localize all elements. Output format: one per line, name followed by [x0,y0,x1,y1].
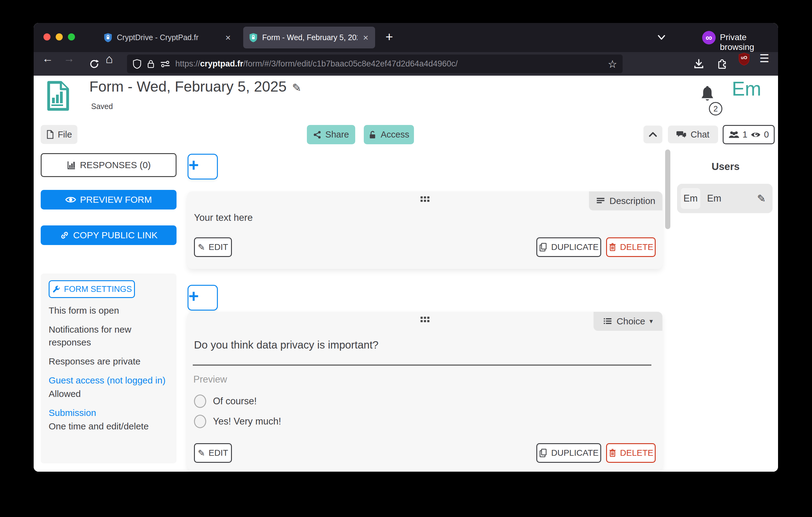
list-all-tabs-icon[interactable] [656,33,667,42]
forward-icon[interactable]: → [64,52,82,76]
delete-button[interactable]: DELETE [606,237,656,257]
duplicate-button[interactable]: DUPLICATE [536,237,601,257]
downloads-icon[interactable] [693,52,705,76]
block-type-description: Description [589,191,662,211]
chat-button[interactable]: Chat [668,126,718,143]
url-text: https://cryptpad.fr/form/#/3/form/edit/c… [175,59,603,69]
notifications-status: Notifications for new responses [49,323,169,349]
bar-chart-icon [66,160,76,170]
private-browsing-icon: ∞ [702,31,716,45]
unlock-icon [368,130,377,140]
copy-icon [539,243,547,252]
form-document-icon [46,80,70,111]
option-label: Of course! [213,396,257,407]
copy-icon [539,448,547,458]
form-open-status: This form is open [49,304,169,317]
question-input[interactable]: Do you think data privacy is important? [194,339,378,351]
user-avatar-chip: Em [681,188,700,209]
form-settings-panel: FORM SETTINGS This form is open Notifica… [41,273,177,463]
back-icon[interactable]: ← [42,52,61,76]
align-left-icon [596,197,605,205]
pencil-icon: ✎ [198,448,205,458]
notifications-bell-icon[interactable] [698,85,717,104]
list-icon [603,317,612,325]
tab-title: Form - Wed, February 5, 2025 [262,33,357,42]
extensions-puzzle-icon[interactable] [716,52,728,76]
tab-form-active[interactable]: Form - Wed, February 5, 2025 × [243,27,375,48]
cryptpad-shield-favicon [249,33,258,43]
choice-option[interactable]: Yes! Very much! [194,415,281,428]
edit-button[interactable]: ✎EDIT [194,237,232,257]
radio-icon[interactable] [194,394,206,408]
collapse-toolbar-button[interactable] [643,126,662,143]
drag-handle-icon[interactable] [420,196,429,202]
preview-form-button[interactable]: PREVIEW FORM [41,190,177,210]
tab-bar: CryptDrive - CryptPad.fr × Form - Wed, F… [34,23,778,52]
home-icon[interactable]: ⌂ [106,52,124,76]
scrollbar-thumb[interactable] [665,149,670,229]
rename-pencil-icon[interactable]: ✎ [292,81,301,94]
choice-option[interactable]: Of course! [194,394,257,408]
form-settings-button[interactable]: FORM SETTINGS [49,280,135,298]
tracking-protection-shield-icon[interactable] [133,59,142,69]
users-panel-title: Users [673,161,778,172]
responses-button[interactable]: RESPONSES (0) [41,153,177,177]
close-window-button[interactable] [44,33,51,40]
add-block-button[interactable]: + [187,285,218,310]
tab-title: CryptDrive - CryptPad.fr [117,33,220,42]
user-list-item[interactable]: Em Em ✎ [677,184,773,213]
user-avatar[interactable]: Em [732,78,761,100]
trash-icon [609,243,616,252]
choice-block: Choice ▾ Do you think data privacy is im… [187,312,662,471]
pencil-icon: ✎ [198,242,205,252]
reload-icon[interactable] [85,52,104,76]
tab-cryptdrive[interactable]: CryptDrive - CryptPad.fr × [98,27,237,48]
minimize-window-button[interactable] [56,33,63,40]
duplicate-button[interactable]: DUPLICATE [536,443,601,463]
delete-button[interactable]: DELETE [606,443,656,463]
responses-privacy-status: Responses are private [49,355,169,368]
viewers-count: 0 [764,130,769,140]
guest-access-value: Allowed [49,387,169,400]
session-users-indicator[interactable]: 1 0 [723,125,775,144]
editors-count: 1 [743,130,748,140]
cryptpad-shield-favicon [104,33,113,43]
cryptpad-form-app: Form - Wed, February 5, 2025✎ Saved 2 Em… [34,76,778,472]
link-icon [60,230,69,240]
ublock-origin-icon[interactable]: uO [738,52,750,66]
eye-icon [65,195,76,204]
access-button[interactable]: Access [364,125,414,144]
submission-value: One time and edit/delete [49,420,169,433]
add-block-button[interactable]: + [187,154,218,180]
block-type-choice[interactable]: Choice ▾ [593,312,662,331]
share-button[interactable]: Share [307,125,355,144]
drag-handle-icon[interactable] [420,317,429,322]
option-label: Yes! Very much! [213,416,281,427]
maximize-window-button[interactable] [68,33,75,40]
permissions-icon[interactable] [160,59,170,69]
url-bar[interactable]: https://cryptpad.fr/form/#/3/form/edit/c… [127,55,622,73]
browser-window: CryptDrive - CryptPad.fr × Form - Wed, F… [34,23,778,472]
private-browsing-label: Private browsing [720,32,778,52]
radio-icon[interactable] [194,415,206,428]
trash-icon [609,448,616,458]
chat-bubbles-icon [676,130,687,139]
edit-name-pencil-icon[interactable]: ✎ [757,192,766,205]
eye-icon [751,131,761,139]
description-block: Description Your text here ✎EDIT DUPLICA… [187,191,662,269]
navigation-toolbar: ← → ⌂ https://cryptpad.fr/form/#/3/form/… [34,52,778,76]
hamburger-menu-icon[interactable]: ☰ [759,52,769,76]
guest-access-link[interactable]: Guest access (not logged in) [49,374,169,387]
file-menu-button[interactable]: File [41,125,78,144]
edit-button[interactable]: ✎EDIT [194,443,232,463]
connection-lock-icon[interactable] [147,59,155,69]
close-tab-icon[interactable]: × [361,32,370,43]
wrench-icon [52,285,60,293]
submission-link[interactable]: Submission [49,406,169,419]
close-tab-icon[interactable]: × [224,32,232,43]
file-icon [46,130,54,139]
share-icon [313,130,322,139]
bookmark-star-icon[interactable]: ☆ [608,58,617,70]
new-tab-button[interactable]: + [382,28,396,46]
copy-public-link-button[interactable]: COPY PUBLIC LINK [41,225,177,245]
